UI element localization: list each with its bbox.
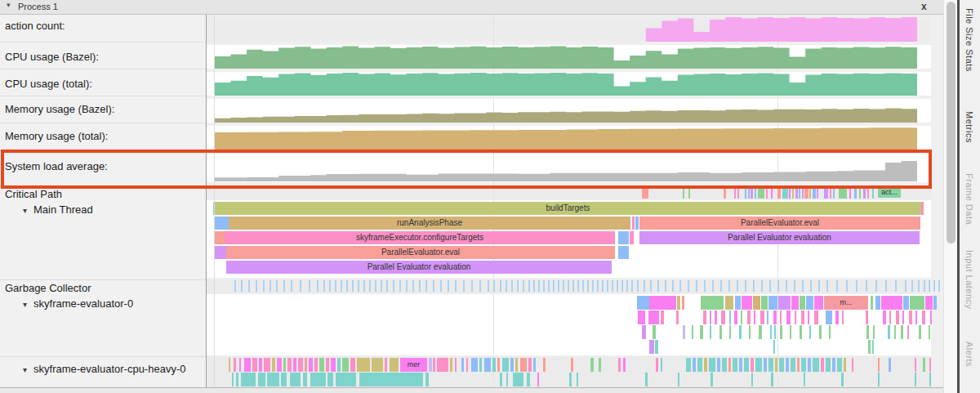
cpu-heavy-slice[interactable]	[821, 358, 824, 372]
evaluator-slice[interactable]	[896, 310, 899, 324]
cpu-heavy-slice[interactable]	[826, 358, 831, 372]
cpu-heavy-slice[interactable]	[889, 358, 891, 372]
evaluator-slice[interactable]	[729, 310, 731, 324]
evaluator-slice[interactable]	[930, 310, 932, 324]
cpu-heavy-slice[interactable]	[252, 358, 257, 372]
critical-path-segment[interactable]	[758, 187, 764, 199]
gc-tick[interactable]	[696, 280, 697, 292]
cpu-heavy-slice[interactable]	[232, 373, 234, 386]
evaluator-slice[interactable]	[767, 310, 768, 324]
evaluator-slice[interactable]	[638, 310, 645, 324]
gc-tick[interactable]	[777, 280, 779, 292]
critical-path-segment[interactable]	[771, 187, 773, 199]
evaluator-slice[interactable]	[925, 296, 933, 310]
evaluator-slice[interactable]	[889, 310, 891, 324]
cpu-heavy-slice[interactable]	[437, 358, 448, 372]
critical-path-segment[interactable]	[872, 187, 874, 199]
evaluator-slice[interactable]	[739, 325, 742, 339]
evaluator-slice[interactable]	[774, 325, 776, 339]
evaluator-slice[interactable]	[919, 325, 921, 339]
gc-tick[interactable]	[381, 280, 382, 292]
cpu-heavy-slice[interactable]	[272, 358, 275, 372]
close-icon[interactable]: x	[921, 1, 927, 12]
evaluator-slice[interactable]	[649, 340, 654, 354]
gc-tick[interactable]	[631, 280, 633, 292]
critical-path-segment[interactable]	[813, 187, 816, 199]
evaluator-slice[interactable]	[894, 325, 896, 339]
cpu-heavy-slice[interactable]	[678, 373, 679, 386]
gc-tick[interactable]	[866, 280, 867, 292]
gc-tick[interactable]	[911, 280, 913, 292]
gc-tick[interactable]	[933, 280, 935, 292]
evaluator-slice[interactable]	[929, 325, 930, 339]
cpu-heavy-slice[interactable]	[513, 373, 523, 386]
evaluator-slice[interactable]	[786, 310, 791, 324]
cpu-heavy-slice[interactable]	[357, 358, 370, 372]
gc-tick[interactable]	[938, 280, 940, 292]
cpu-heavy-slice[interactable]	[264, 358, 270, 372]
gc-tick[interactable]	[363, 280, 365, 292]
cpu-heavy-slice[interactable]	[234, 358, 236, 372]
evaluator-slice[interactable]	[871, 296, 873, 310]
gc-tick[interactable]	[607, 280, 608, 292]
cpu-heavy-slice[interactable]	[661, 358, 662, 372]
cpu-heavy-slice[interactable]	[779, 358, 784, 372]
cpu-heavy-slice[interactable]	[744, 358, 749, 372]
gc-tick[interactable]	[270, 280, 271, 292]
gc-tick[interactable]	[794, 280, 795, 292]
gc-tick[interactable]	[728, 280, 730, 292]
critical-path-segment[interactable]	[867, 187, 869, 199]
evaluator-slice[interactable]	[826, 310, 832, 324]
cpu-heavy-slice[interactable]	[455, 358, 457, 372]
evaluator-slice[interactable]	[933, 296, 937, 310]
gc-tick[interactable]	[523, 280, 524, 292]
critical-path-segment[interactable]	[642, 187, 648, 199]
cpu-heavy-slice[interactable]	[290, 373, 301, 386]
evaluator-slice[interactable]	[677, 296, 680, 310]
gc-tick[interactable]	[818, 280, 820, 292]
evaluator-slice[interactable]	[760, 310, 764, 324]
cpu-heavy-slice[interactable]	[520, 358, 527, 372]
flame-bar[interactable]	[632, 217, 635, 230]
evaluator-slice[interactable]	[922, 310, 925, 324]
evaluator-slice[interactable]	[902, 310, 904, 324]
cpu-heavy-slice[interactable]	[433, 358, 435, 372]
gc-tick[interactable]	[234, 280, 236, 292]
critical-path-segment[interactable]	[748, 187, 750, 199]
cpu-heavy-slice[interactable]	[733, 358, 737, 372]
gc-tick[interactable]	[506, 280, 507, 292]
evaluator-slice[interactable]	[801, 310, 804, 324]
evaluator-slice[interactable]	[800, 296, 805, 310]
gc-tick[interactable]	[929, 280, 930, 292]
gc-tick[interactable]	[558, 280, 559, 292]
cpu-heavy-slice[interactable]	[722, 358, 727, 372]
gc-tick[interactable]	[528, 280, 530, 292]
gc-tick[interactable]	[406, 280, 408, 292]
gc-tick[interactable]	[602, 280, 604, 292]
gc-tick[interactable]	[548, 280, 550, 292]
critical-path-segment[interactable]	[863, 187, 866, 199]
gc-tick[interactable]	[612, 280, 613, 292]
gc-tick[interactable]	[241, 280, 243, 292]
counter-chart-system-load-average[interactable]	[215, 155, 917, 181]
cpu-heavy-slice[interactable]	[755, 358, 762, 372]
horizontal-scrollbar[interactable]	[0, 387, 943, 393]
collapse-arrow-icon[interactable]: ▾	[23, 365, 27, 374]
gc-tick[interactable]	[786, 280, 787, 292]
evaluator-slice[interactable]	[866, 310, 868, 324]
cpu-heavy-slice[interactable]	[305, 358, 307, 372]
tab-input-latency[interactable]: Input Latency	[964, 250, 974, 310]
cpu-heavy-slice[interactable]	[244, 358, 251, 372]
gc-tick[interactable]	[479, 280, 481, 292]
cpu-heavy-slice[interactable]	[717, 358, 720, 372]
gc-tick[interactable]	[563, 280, 564, 292]
cpu-heavy-slice[interactable]	[229, 358, 230, 372]
gc-tick[interactable]	[300, 280, 301, 292]
gc-tick[interactable]	[905, 280, 906, 292]
critical-path-segment[interactable]	[854, 187, 857, 199]
cpu-heavy-slice[interactable]	[577, 373, 578, 386]
gc-tick[interactable]	[650, 280, 652, 292]
counter-chart-cpu-usage-total-[interactable]	[215, 72, 917, 96]
evaluator-slice[interactable]	[715, 310, 717, 324]
gc-tick[interactable]	[846, 280, 848, 292]
